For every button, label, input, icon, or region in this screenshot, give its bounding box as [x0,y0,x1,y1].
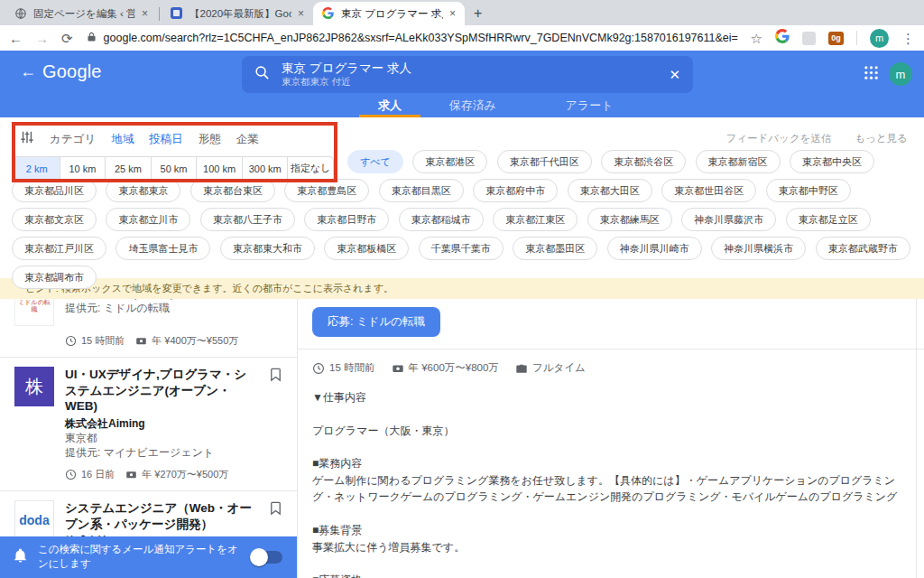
browser-menu-icon[interactable]: ⋮ [901,32,915,45]
filter-menu-item[interactable]: 形態 [199,132,221,147]
location-chip[interactable]: 東京都江戸川区 [12,237,106,260]
job-location: 東京都 [65,431,257,445]
location-chip[interactable]: 東京都八王子市 [200,208,295,231]
tab-close-icon[interactable]: × [449,7,456,20]
location-chip[interactable]: 東京都渋谷区 [601,150,686,173]
see-more-link[interactable]: もっと見る [855,132,908,145]
detail-scrollbar[interactable] [916,299,917,578]
extension-badge-icon[interactable]: 0g [828,32,844,45]
location-chip[interactable]: 東京都千代田区 [497,150,592,173]
location-chip[interactable]: 東京都稲城市 [399,208,484,231]
location-chip[interactable]: 東京都世田谷区 [661,179,756,202]
filter-menu-item[interactable]: 企業 [236,132,259,147]
distance-filter-button[interactable]: 2 km [14,156,60,181]
bookmark-icon[interactable] [268,367,284,460]
location-chip[interactable]: 東京都目黒区 [379,179,464,202]
distance-filter-button[interactable]: 10 km [60,156,106,181]
extension-icon[interactable] [802,32,816,45]
location-chip[interactable]: 神奈川県藤沢市 [681,208,776,231]
filter-menu-item[interactable]: 地域 [111,132,134,147]
apply-button[interactable]: 応募: ミドルの転職 [312,307,440,337]
alert-toggle[interactable] [252,551,282,564]
job-card[interactable]: 株 UI・UXデザイナ,プログラマ・システムエンジニア(オープン・WEB) 株式… [0,358,297,491]
location-chip[interactable]: 千葉県千葉市 [419,237,504,260]
location-chip[interactable]: 埼玉県富士見市 [116,237,210,260]
salary: 年 ¥270万〜¥500万 [125,468,228,481]
search-box[interactable]: 東京 プログラマー 求人 東京都東京 付近 ✕ [242,56,693,93]
location-chip[interactable]: 東京都台東区 [190,179,275,202]
account-avatar[interactable]: m [889,62,912,86]
filter-menu-item[interactable]: カテゴリ [50,132,96,147]
job-title: システムエンジニア（Web・オープン系・パッケージ開発） [65,500,257,532]
google-logo[interactable]: Google [42,61,102,82]
location-chip[interactable]: 東京都立川市 [106,208,190,231]
location-chip[interactable]: 東京都墨田区 [513,237,597,260]
filter-menu-item[interactable]: 投稿日 [149,132,183,147]
reload-button[interactable]: ⟳ [61,32,73,45]
location-chip[interactable]: 東京都大田区 [568,179,652,202]
bookmark-star-icon[interactable]: ☆ [751,32,762,45]
location-chip[interactable]: すべて [347,150,403,173]
send-feedback-link[interactable]: フィードバックを送信 [726,132,832,145]
back-button[interactable]: ← [9,32,23,45]
location-chip[interactable]: 東京都東大和市 [220,237,315,260]
tab-alerts[interactable]: アラート [559,94,619,117]
forward-button[interactable]: → [35,32,49,45]
location-chip[interactable]: 東京都新宿区 [696,150,781,173]
location-chip[interactable]: 東京都豊島区 [284,179,369,202]
location-chip[interactable]: 東京都中央区 [790,150,874,173]
tab-title: 固定ページを編集 ‹ 営業ツールQ& [33,7,135,21]
header-back-arrow[interactable]: ← [20,62,36,81]
location-chip[interactable]: 東京都文京区 [12,208,97,231]
description-paragraph: ▼仕事内容 [312,389,904,406]
distance-filter-button[interactable]: 50 km [151,156,198,181]
browser-tab-active[interactable]: 東京 プログラマー 求人 × [313,2,465,25]
job-card[interactable]: ミドルの転職 東京都中央区 (他 1 件) 提供元: ミドルの転職 [0,299,297,358]
job-source: 提供元: ミドルの転職 [65,301,284,315]
browser-profile-avatar[interactable]: m [870,29,889,48]
browser-tab-1[interactable]: 固定ページを編集 ‹ 営業ツールQ& × [5,2,157,25]
location-chip[interactable]: 東京都足立区 [786,208,871,231]
distance-filter-button[interactable]: 100 km [196,156,243,181]
browser-tab-2[interactable]: 【2020年最新版】Googleしごと × [162,2,313,25]
results-content: ミドルの転職 東京都中央区 (他 1 件) 提供元: ミドルの転職 [0,299,924,578]
location-chip[interactable]: 東京都練馬区 [587,208,672,231]
tab-separator [159,7,160,21]
search-query[interactable]: 東京 プログラマー 求人 [282,61,657,77]
toolbar-divider [856,31,857,45]
location-chip[interactable]: 東京都府中市 [473,179,558,202]
bell-icon [13,548,28,567]
job-source: 提供元: マイナビエージェント [65,445,257,460]
tune-icon[interactable] [20,130,34,148]
location-chip[interactable]: 東京都江東区 [493,208,578,231]
location-chip[interactable]: 東京都港区 [412,150,487,173]
distance-filter-button[interactable]: 300 km [242,156,289,181]
location-chip[interactable]: 東京都中野区 [766,179,851,202]
location-chip[interactable]: 東京都武蔵野市 [816,237,910,260]
globe-icon [14,7,27,20]
location-chip[interactable]: 東京都品川区 [12,179,97,202]
distance-filter-button[interactable]: 指定なし [287,156,334,181]
job-detail-panel: 応募: ミドルの転職 15 時間前 年 ¥600万〜¥800万 フルタイム [298,299,924,578]
location-chip[interactable]: 東京都日野市 [304,208,389,231]
browser-window: 固定ページを編集 ‹ 営業ツールQ& × 【2020年最新版】Googleしごと… [0,0,924,578]
google-g-icon [322,7,335,20]
address-bar[interactable]: google.com/search?rlz=1C5CHFA_enJP862JP8… [86,31,738,46]
tab-close-icon[interactable]: × [298,7,304,20]
apps-grid-icon[interactable] [864,65,879,84]
location-chip[interactable]: 東京都板橋区 [324,237,409,260]
employment-type: フルタイム [515,361,586,375]
google-extension-icon[interactable] [775,29,790,47]
toggle-knob[interactable] [250,548,268,566]
distance-filter-button[interactable]: 25 km [105,156,152,181]
tab-close-icon[interactable]: × [142,7,148,20]
tab-saved[interactable]: 保存済み [440,94,505,117]
job-title: UI・UXデザイナ,プログラマ・システムエンジニア(オープン・WEB) [65,367,257,415]
location-chip[interactable]: 東京都東京 [106,179,180,202]
location-chip[interactable]: 東京都調布市 [12,266,97,289]
new-tab-button[interactable]: + [474,5,482,22]
clear-search-icon[interactable]: ✕ [669,67,680,83]
location-chip[interactable]: 神奈川県川崎市 [607,237,702,260]
company-logo: 株 [14,367,54,406]
location-chip[interactable]: 神奈川県横浜市 [711,237,806,260]
